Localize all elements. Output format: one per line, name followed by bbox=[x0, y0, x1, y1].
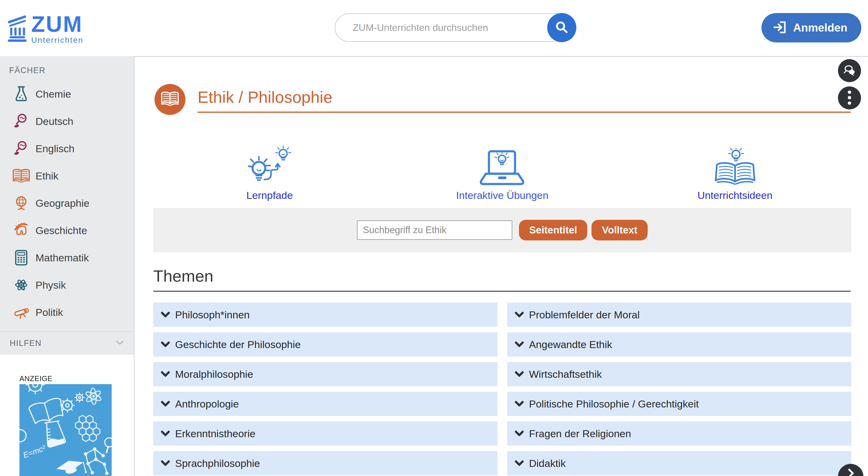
theme-row-wirtschaftsethik[interactable]: Wirtschaftsethik bbox=[507, 362, 851, 386]
sidebar-item-deutsch[interactable]: Deutsch bbox=[0, 108, 134, 135]
book-bulb-icon bbox=[710, 140, 760, 186]
theme-row-didaktik[interactable]: Didaktik bbox=[507, 451, 851, 475]
sidebar-item-chemie[interactable]: Chemie bbox=[0, 80, 134, 108]
theme-row-problemfelder-der-moral[interactable]: Problemfelder der Moral bbox=[507, 303, 851, 327]
subject-search-band: Seitentitel Volltext bbox=[153, 208, 851, 252]
ad-label: ANZEIGE bbox=[20, 374, 53, 383]
sidebar-item-ethik[interactable]: Ethik bbox=[0, 162, 134, 190]
scroll-icon bbox=[11, 303, 31, 322]
chevron-down-icon bbox=[515, 401, 524, 407]
sidebar-item-mathematik[interactable]: Mathematik bbox=[0, 244, 134, 271]
faecher-heading: FÄCHER bbox=[9, 66, 45, 75]
discussion-button[interactable] bbox=[838, 59, 861, 82]
chevron-down-icon bbox=[515, 341, 524, 348]
theme-row-moralphilosophie[interactable]: Moralphilosophie bbox=[153, 362, 497, 386]
theme-row-sprachphilosophie[interactable]: Sprachphilosophie bbox=[153, 451, 497, 475]
sidebar-item-geographie[interactable]: Geographie bbox=[0, 190, 134, 217]
page-title: Ethik / Philosophie bbox=[197, 88, 332, 106]
sidebar-item-label: Geographie bbox=[35, 197, 90, 209]
feature-links: Lernpfade Interaktive Übungen bbox=[153, 140, 851, 201]
bulbs-path-icon bbox=[247, 140, 292, 186]
volltext-button[interactable]: Volltext bbox=[591, 220, 648, 240]
themes-grid: Philosoph*innen Geschichte der Philosoph… bbox=[153, 303, 851, 476]
chevron-down-icon bbox=[515, 371, 524, 377]
svg-text:E=mc²: E=mc² bbox=[22, 443, 47, 460]
search-button[interactable] bbox=[547, 13, 576, 42]
temple-building-icon bbox=[8, 14, 26, 43]
chevron-down-icon bbox=[160, 371, 170, 377]
chevron-down-icon bbox=[160, 341, 170, 348]
chevron-down-icon bbox=[515, 311, 524, 318]
search-icon bbox=[555, 20, 569, 35]
login-button[interactable]: Anmelden bbox=[762, 13, 861, 42]
chevron-down-icon bbox=[160, 430, 170, 437]
feature-label: Interaktive Übungen bbox=[456, 190, 549, 201]
title-underline bbox=[197, 111, 851, 113]
sidebar-section-hilfen[interactable]: HILFEN bbox=[0, 331, 134, 355]
chevron-down-icon bbox=[160, 401, 170, 407]
site-logo[interactable]: ZUM Unterrichten bbox=[8, 14, 84, 45]
chevron-down-icon bbox=[515, 460, 524, 467]
feature-unterrichtsideen[interactable]: Unterrichtsideen bbox=[619, 140, 851, 201]
subject-search-input[interactable] bbox=[357, 220, 512, 240]
login-icon bbox=[773, 20, 787, 35]
open-book-icon bbox=[160, 91, 179, 108]
feature-interaktive-uebungen[interactable]: Interaktive Übungen bbox=[386, 140, 619, 201]
chevron-down-icon bbox=[160, 311, 170, 318]
theme-row-angewandte-ethik[interactable]: Angewandte Ethik bbox=[507, 332, 851, 356]
sidebar-item-label: Chemie bbox=[35, 88, 71, 100]
ad-image[interactable]: E=mc² bbox=[20, 384, 112, 476]
feature-label: Lernpfade bbox=[246, 190, 293, 201]
chevron-down-icon bbox=[116, 340, 124, 346]
feature-lernpfade[interactable]: Lernpfade bbox=[153, 140, 386, 201]
sidebar-item-label: Mathematik bbox=[35, 252, 89, 264]
site-search-input[interactable] bbox=[352, 22, 542, 34]
more-options-button[interactable] bbox=[838, 87, 861, 109]
speech-bubble-lips-icon bbox=[11, 139, 31, 158]
login-label: Anmelden bbox=[793, 22, 847, 34]
speech-bubble-lips-icon bbox=[11, 111, 31, 131]
chevron-down-icon bbox=[515, 430, 524, 437]
globe-icon bbox=[11, 194, 31, 213]
site-search bbox=[335, 13, 576, 42]
subject-list: Chemie Deutsch bbox=[0, 80, 134, 326]
kebab-menu-icon bbox=[847, 90, 852, 106]
feature-label: Unterrichtsideen bbox=[698, 190, 773, 201]
sidebar: FÄCHER Chemie bbox=[0, 56, 134, 476]
sidebar-item-politik[interactable]: Politik bbox=[0, 299, 134, 326]
flask-icon bbox=[11, 84, 31, 104]
sidebar-item-label: Englisch bbox=[35, 143, 75, 155]
sidebar-item-label: Physik bbox=[35, 279, 66, 291]
theme-row-geschichte-der-philosophie[interactable]: Geschichte der Philosophie bbox=[153, 332, 497, 356]
sidebar-item-label: Ethik bbox=[35, 170, 59, 182]
themes-column-left: Philosoph*innen Geschichte der Philosoph… bbox=[153, 303, 497, 476]
logo-brand-text: ZUM bbox=[31, 14, 84, 35]
open-book-icon bbox=[11, 166, 31, 185]
header: ZUM Unterrichten bbox=[0, 0, 868, 56]
logo-sub-text: Unterrichten bbox=[31, 35, 84, 45]
theme-row-politische-philosophie[interactable]: Politische Philosophie / Gerechtigkeit bbox=[507, 392, 851, 416]
sidebar-item-englisch[interactable]: Englisch bbox=[0, 135, 134, 162]
zum-unterrichten-page: ZUM Unterrichten bbox=[0, 0, 868, 476]
sidebar-item-geschichte[interactable]: Geschichte bbox=[0, 217, 134, 244]
theme-row-fragen-der-religionen[interactable]: Fragen der Religionen bbox=[507, 421, 851, 446]
chat-bubbles-icon bbox=[842, 63, 857, 79]
atom-icon bbox=[11, 275, 31, 295]
sidebar-item-label: Geschichte bbox=[35, 225, 87, 236]
themes-heading: Themen bbox=[153, 267, 851, 292]
sidebar-item-label: Deutsch bbox=[35, 115, 73, 127]
sidebar-item-physik[interactable]: Physik bbox=[0, 271, 134, 299]
sidebar-item-label: Politik bbox=[35, 307, 63, 318]
themes-column-right: Problemfelder der Moral Angewandte Ethik… bbox=[507, 303, 851, 476]
theme-row-erkenntnistheorie[interactable]: Erkenntnistheorie bbox=[153, 421, 497, 446]
theme-row-anthropologie[interactable]: Anthropologie bbox=[153, 392, 497, 416]
subject-badge bbox=[154, 84, 185, 115]
spartan-helmet-icon bbox=[11, 221, 31, 240]
calculator-icon bbox=[11, 248, 31, 267]
chevron-down-icon bbox=[160, 460, 170, 467]
theme-row-philosophinnen[interactable]: Philosoph*innen bbox=[153, 303, 497, 327]
seitentitel-button[interactable]: Seitentitel bbox=[519, 220, 588, 240]
hilfen-heading: HILFEN bbox=[10, 339, 41, 348]
main-content: Ethik / Philosophie bbox=[134, 56, 868, 476]
laptop-bulb-icon bbox=[478, 140, 527, 186]
